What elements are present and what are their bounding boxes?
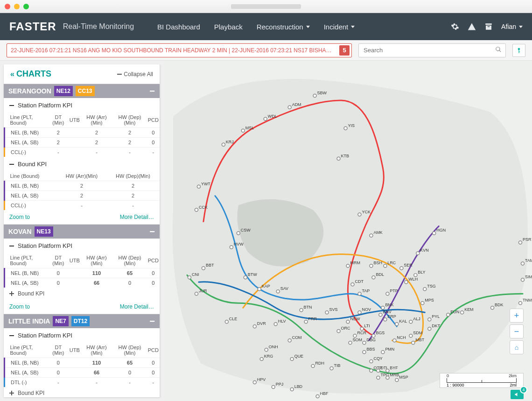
- alert-ticker[interactable]: 22-JUNE-2016 07:21:21 NS16 ANG MO KIO SO…: [7, 43, 352, 57]
- map-canvas[interactable]: SBWADMWDLMSLKRJYISKTBYWTYCKAMKCCKCSWHVWB…: [164, 61, 532, 401]
- search-icon[interactable]: [491, 46, 505, 55]
- station-KRG[interactable]: [260, 358, 263, 361]
- station-TNM[interactable]: [518, 302, 522, 305]
- station-YWT[interactable]: [197, 185, 200, 188]
- station-CDT[interactable]: [351, 283, 354, 286]
- station-HGN[interactable]: [433, 232, 436, 235]
- station-AMK[interactable]: [370, 234, 373, 237]
- station-SIM[interactable]: [521, 278, 524, 281]
- station-BGS[interactable]: [372, 334, 375, 338]
- station-YCK[interactable]: [358, 213, 361, 216]
- station-RDH[interactable]: [311, 365, 315, 368]
- station-NCH[interactable]: [393, 339, 396, 342]
- more-detail-link[interactable]: More Detail…: [120, 214, 154, 220]
- station-NEW[interactable]: [346, 320, 350, 324]
- station-YIS[interactable]: [344, 127, 347, 130]
- station-CSW[interactable]: [237, 232, 240, 235]
- window-minimize[interactable]: [14, 4, 20, 9]
- station-MBT[interactable]: [412, 341, 415, 345]
- station-PYL[interactable]: [428, 318, 431, 321]
- station-PMN[interactable]: [381, 351, 385, 354]
- station-TAP[interactable]: [358, 292, 361, 295]
- station-KAP[interactable]: [258, 288, 261, 291]
- station-BBT[interactable]: [202, 267, 205, 270]
- station-BTW[interactable]: [244, 276, 247, 279]
- archive-icon[interactable]: [484, 22, 493, 31]
- station-BDL[interactable]: [372, 276, 375, 279]
- station-CCK[interactable]: [195, 208, 198, 211]
- station-QUE[interactable]: [290, 358, 294, 361]
- more-detail-link[interactable]: More Detail…: [120, 303, 154, 310]
- station-ADM[interactable]: [288, 106, 291, 109]
- panel-header[interactable]: KOVANNE13 −: [4, 225, 160, 239]
- zoom-to-link[interactable]: Zoom to: [9, 214, 30, 220]
- station-MRB[interactable]: [386, 376, 389, 380]
- station-ONH[interactable]: [265, 348, 268, 352]
- station-SER[interactable]: [400, 267, 403, 270]
- window-close[interactable]: [5, 4, 10, 9]
- station-HPV[interactable]: [253, 381, 256, 384]
- zoom-home-button[interactable]: ⌂: [510, 340, 524, 354]
- station-LBD[interactable]: [290, 388, 294, 391]
- station-KRJ[interactable]: [222, 143, 225, 146]
- nav-bi-dashboard[interactable]: BI Dashboard: [157, 23, 200, 31]
- bound-kpi-header[interactable]: Bound KPI: [4, 157, 160, 171]
- station-PTP[interactable]: [386, 292, 389, 295]
- station-NOV[interactable]: [358, 311, 361, 314]
- station-KEM[interactable]: [461, 311, 464, 314]
- station-DTL[interactable]: [377, 369, 380, 373]
- station-KTB[interactable]: [337, 157, 340, 160]
- network-map[interactable]: SBWADMWDLMSLKRJYISKTBYWTYCKAMKCCKCSWHVWB…: [164, 61, 532, 401]
- station-ERP[interactable]: [384, 318, 387, 321]
- platform-kpi-header[interactable]: Station Platform KPI: [4, 239, 160, 253]
- sound-toggle[interactable]: 4: [511, 390, 524, 399]
- station-SVS[interactable]: [325, 311, 329, 314]
- station-LTI[interactable]: [360, 327, 364, 331]
- station-EUN[interactable]: [447, 313, 450, 317]
- station-BTN[interactable]: [300, 309, 303, 312]
- station-TSG[interactable]: [423, 288, 427, 291]
- station-JUR[interactable]: [195, 292, 198, 295]
- bound-kpi-expand[interactable]: Bound KPI: [4, 288, 160, 300]
- station-CNI[interactable]: [188, 276, 191, 279]
- station-FRR[interactable]: [304, 320, 308, 324]
- window-maximize[interactable]: [23, 4, 29, 9]
- station-LRC[interactable]: [384, 264, 387, 267]
- station-DKT[interactable]: [428, 327, 431, 331]
- station-SDM[interactable]: [409, 334, 413, 338]
- station-DBG[interactable]: [363, 341, 366, 345]
- station-SBW[interactable]: [313, 94, 316, 97]
- station-KVN[interactable]: [416, 252, 420, 255]
- station-TAM[interactable]: [521, 262, 524, 265]
- station-BNV[interactable]: [379, 313, 382, 317]
- station-MPS[interactable]: [421, 302, 424, 305]
- charts-title[interactable]: « CHARTS: [10, 69, 51, 79]
- station-CLE[interactable]: [225, 320, 228, 324]
- station-RCR[interactable]: [353, 334, 357, 338]
- station-HVW[interactable]: [230, 246, 233, 249]
- nav-reconstruction[interactable]: Reconstruction: [257, 23, 310, 31]
- station-WDL[interactable]: [264, 117, 267, 120]
- station-MRM[interactable]: [346, 264, 350, 267]
- station-BYF[interactable]: [386, 369, 389, 373]
- panel-header[interactable]: SERANGOONNE12CC13 −: [4, 84, 160, 98]
- station-DVR[interactable]: [253, 325, 256, 328]
- zoom-out-button[interactable]: −: [510, 324, 524, 338]
- zoom-to-link[interactable]: Zoom to: [9, 303, 30, 310]
- station-BLY[interactable]: [414, 274, 417, 277]
- warning-icon[interactable]: [468, 22, 476, 31]
- nav-incident[interactable]: Incident: [324, 23, 355, 31]
- station-CQY[interactable]: [370, 360, 373, 363]
- station-TPG[interactable]: [377, 376, 380, 380]
- search-input[interactable]: [359, 47, 491, 54]
- nav-playback[interactable]: Playback: [214, 23, 243, 31]
- station-PSR[interactable]: [518, 241, 522, 244]
- station-HLV[interactable]: [274, 323, 277, 326]
- user-menu[interactable]: Afian: [501, 23, 523, 30]
- platform-kpi-header[interactable]: Station Platform KPI: [4, 98, 160, 113]
- collapse-all-button[interactable]: Collapse All: [117, 71, 153, 77]
- station-BSH[interactable]: [370, 264, 373, 267]
- station-KAL[interactable]: [395, 323, 399, 326]
- map-key-button[interactable]: [512, 44, 525, 57]
- station-BBS[interactable]: [363, 351, 366, 354]
